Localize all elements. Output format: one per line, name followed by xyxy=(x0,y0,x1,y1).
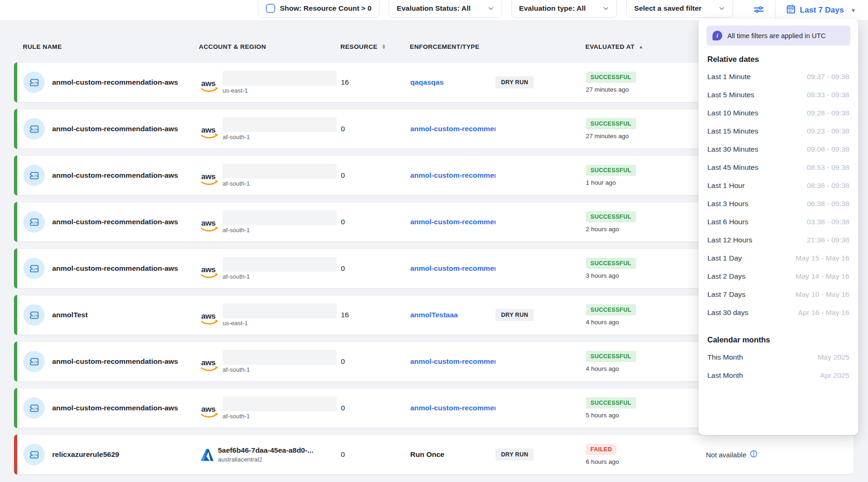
evaluated-cell: SUCCESSFUL 4 hours ago xyxy=(586,351,706,372)
time-filter-option[interactable]: Last 15 Minutes 09:23 - 09:38 xyxy=(706,122,850,140)
time-filter-option-label: Last 1 Hour xyxy=(707,181,745,190)
time-filter-option[interactable]: Last 5 Minutes 09:33 - 09:38 xyxy=(706,86,850,104)
column-header-evaluated-at[interactable]: EVALUATED AT ▲ xyxy=(585,43,705,50)
info-icon[interactable] xyxy=(750,450,758,459)
extra-cell: Not available xyxy=(706,450,854,459)
show-resource-count-checkbox[interactable] xyxy=(266,4,275,13)
time-filter-option[interactable]: Last 30 days Apr 16 - May 16 xyxy=(706,303,850,321)
resource-count: 0 xyxy=(341,357,410,366)
status-badge: SUCCESSFUL xyxy=(586,118,636,129)
calendar-icon xyxy=(786,4,796,16)
column-header-rule-name[interactable]: RULE NAME xyxy=(23,43,199,50)
enforcement-cell: anmol-custom-recommen... DRY RUN xyxy=(410,171,586,180)
time-filter-option-label: Last 3 Hours xyxy=(707,200,748,208)
time-filter-option-range: 09:23 - 09:38 xyxy=(807,127,849,135)
svg-text:</>: </> xyxy=(31,360,38,364)
enforcement-link[interactable]: anmol-custom-recommen... xyxy=(410,218,495,226)
table-row[interactable]: </> relicxazurerule5629 aws 5aef6b46- xyxy=(14,435,854,475)
time-filter-option[interactable]: Last Month Apr 2025 xyxy=(706,366,850,384)
rule-name: anmol-custom-recommendation-aws xyxy=(52,78,199,87)
enforcement-cell: anmolTestaaa DRY RUN xyxy=(410,309,586,321)
enforcement-cell: Run Once DRY RUN xyxy=(410,449,586,461)
time-filter-option[interactable]: Last 1 Day May 15 - May 16 xyxy=(706,249,850,267)
enforcement-link[interactable]: qaqasqas xyxy=(410,78,495,87)
svg-text:</>: </> xyxy=(31,80,38,85)
account-region: us-east-1 xyxy=(223,320,337,327)
column-header-resource[interactable]: RESOURCE ▲▼ xyxy=(340,43,410,50)
status-color-bar xyxy=(14,248,17,288)
time-filter-option-range: 09:33 - 09:38 xyxy=(807,91,849,99)
account-region-cell: aws af-south-1 xyxy=(199,210,341,234)
evaluated-time: 4 hours ago xyxy=(586,319,619,326)
dry-run-badge: DRY RUN xyxy=(495,449,534,461)
evaluation-type-dropdown[interactable]: Evaluation type: All xyxy=(511,0,617,18)
enforcement-link[interactable]: anmol-custom-recommen... xyxy=(410,264,495,273)
time-filter-option[interactable]: Last 2 Days May 14 - May 16 xyxy=(706,267,850,285)
column-header-account-region[interactable]: ACCOUNT & REGION xyxy=(199,43,340,50)
sort-icon[interactable]: ▲▼ xyxy=(382,44,386,49)
relative-dates-heading: Relative dates xyxy=(707,55,849,64)
time-filter-option[interactable]: Last 1 Minute 09:37 - 09:38 xyxy=(706,67,850,86)
evaluated-time: 5 hours ago xyxy=(586,412,619,419)
status-badge: SUCCESSFUL xyxy=(586,165,636,176)
time-filter-option-range: 08:38 - 09:38 xyxy=(807,181,849,190)
column-header-enforcement-type[interactable]: ENFORCEMENT/TYPE xyxy=(410,43,585,50)
enforcement-cell: anmol-custom-recommen... DRY RUN xyxy=(410,404,586,412)
time-filter-option[interactable]: Last 6 Hours 03:38 - 09:38 xyxy=(706,213,850,231)
account-region-cell: aws af-south-1 xyxy=(199,257,341,280)
status-badge: SUCCESSFUL xyxy=(586,72,636,83)
enforcement-cell: anmol-custom-recommen... DRY RUN xyxy=(410,264,586,273)
time-filter-option[interactable]: Last 10 Minutes 09:28 - 09:38 xyxy=(706,104,850,122)
rule-icon: </> xyxy=(23,211,45,233)
svg-text:</>: </> xyxy=(31,313,38,317)
time-filter-option[interactable]: Last 12 Hours 21:38 - 09:38 xyxy=(706,231,850,249)
account-redacted-placeholder xyxy=(223,303,337,318)
status-badge: FAILED xyxy=(586,444,617,455)
time-filter-option-label: Last 2 Days xyxy=(707,272,746,281)
enforcement-link[interactable]: anmol-custom-recommen... xyxy=(410,404,495,412)
enforcement-link[interactable]: anmol-custom-recommen... xyxy=(410,357,495,366)
dry-run-badge: DRY RUN xyxy=(495,309,534,321)
sort-ascending-icon[interactable]: ▲ xyxy=(639,44,644,49)
resource-count: 0 xyxy=(341,218,410,226)
account-region: australiacentral2 xyxy=(218,456,313,463)
time-filter-option-label: Last 45 Minutes xyxy=(707,163,758,172)
enforcement-link[interactable]: anmol-custom-recommen... xyxy=(410,171,495,180)
time-filter-panel: i All time filters are applied in UTC Re… xyxy=(698,19,858,435)
time-filter-option-label: Last 7 Days xyxy=(707,290,746,299)
evaluated-time: 4 hours ago xyxy=(586,365,619,372)
time-filter-option[interactable]: Last 30 Minutes 09:08 - 09:38 xyxy=(706,140,850,158)
show-resource-count-filter[interactable]: Show: Resource Count > 0 xyxy=(258,0,380,18)
account-region-cell: aws us-east-1 xyxy=(199,71,341,94)
account-region-cell: aws 5aef6b46-7daa-45ea-a8d0-... australi… xyxy=(199,446,341,463)
evaluation-status-dropdown[interactable]: Evaluation Status: All xyxy=(389,0,502,18)
time-filter-option-range: 03:38 - 09:38 xyxy=(807,218,849,226)
time-filter-option-range: 21:38 - 09:38 xyxy=(807,236,849,244)
dry-run-badge: DRY RUN xyxy=(495,76,534,88)
evaluated-time: 2 hours ago xyxy=(586,226,619,233)
time-filter-option[interactable]: This Month May 2025 xyxy=(706,348,850,366)
resource-count: 0 xyxy=(341,450,410,459)
account-redacted-placeholder xyxy=(223,210,337,225)
account-redacted-placeholder xyxy=(223,396,337,411)
account-redacted-placeholder xyxy=(223,350,337,365)
account-region-cell: aws af-south-1 xyxy=(199,396,341,420)
time-filter-option[interactable]: Last 1 Hour 08:38 - 09:38 xyxy=(706,176,850,194)
time-filter-option[interactable]: Last 3 Hours 06:38 - 09:38 xyxy=(706,194,850,213)
time-filter-option[interactable]: Last 45 Minutes 08:53 - 09:38 xyxy=(706,158,850,176)
resource-count: 16 xyxy=(341,78,410,87)
status-color-bar xyxy=(14,109,17,149)
time-filter-option[interactable]: Last 7 Days May 10 - May 16 xyxy=(706,285,850,303)
time-filter-option-label: Last 10 Minutes xyxy=(707,109,758,117)
filter-settings-button[interactable] xyxy=(742,3,775,18)
account-region-cell: aws af-south-1 xyxy=(199,350,341,373)
svg-text:</>: </> xyxy=(31,406,38,410)
date-range-label: Last 7 Days xyxy=(800,6,844,15)
saved-filter-dropdown[interactable]: Select a saved filter xyxy=(626,0,733,18)
evaluation-type-label: Evaluation type: All xyxy=(519,4,586,13)
time-filter-option-range: Apr 2025 xyxy=(820,371,849,380)
enforcement-link[interactable]: anmolTestaaa xyxy=(410,311,495,319)
date-range-button[interactable]: Last 7 Days ▼ xyxy=(776,4,860,16)
evaluated-cell: SUCCESSFUL 5 hours ago xyxy=(586,397,706,419)
enforcement-link[interactable]: anmol-custom-recommen... xyxy=(410,125,495,133)
